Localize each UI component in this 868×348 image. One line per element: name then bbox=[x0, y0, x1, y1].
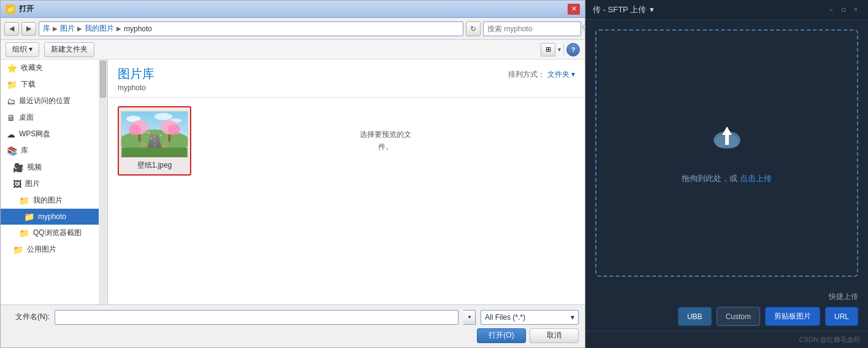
view-icon-button[interactable]: ⊞ bbox=[541, 43, 555, 56]
maximize-button[interactable]: □ bbox=[839, 5, 848, 15]
filename-arrow[interactable]: ▾ bbox=[463, 310, 476, 325]
open-button[interactable]: 打开(O) bbox=[477, 328, 526, 343]
breadcrumb-sep2: ▶ bbox=[77, 25, 82, 32]
sidebar-label-desktop: 桌面 bbox=[19, 112, 34, 123]
filename-label: 文件名(N): bbox=[7, 312, 50, 322]
sidebar-label-qq: QQ浏览器截图 bbox=[33, 228, 82, 238]
help-button[interactable]: ? bbox=[566, 43, 580, 56]
filename-input[interactable] bbox=[55, 310, 459, 325]
view-arrow: ▾ bbox=[558, 46, 561, 53]
url-button[interactable]: URL bbox=[825, 307, 858, 326]
upload-link[interactable]: 点击上传 bbox=[740, 174, 772, 183]
breadcrumb-sep3: ▶ bbox=[116, 25, 121, 32]
sidebar-item-pictures[interactable]: 🖼 图片 bbox=[1, 176, 99, 192]
clipboard-button[interactable]: 剪贴板图片 bbox=[765, 307, 820, 326]
right-header: 传 - SFTP 上传 ▾ － □ × bbox=[585, 0, 868, 20]
preview-text: 选择要预览的文件。 bbox=[348, 117, 424, 164]
filetype-select[interactable]: All Files (*.*) ▾ bbox=[481, 310, 579, 325]
upload-cloud-icon bbox=[709, 120, 745, 157]
right-title: 传 - SFTP 上传 ▾ bbox=[593, 4, 654, 15]
sidebar-item-mypictures[interactable]: 📁 我的图片 bbox=[1, 192, 99, 209]
svg-point-14 bbox=[159, 134, 161, 136]
qq-icon: 📁 bbox=[19, 228, 29, 238]
panel-close-button[interactable]: × bbox=[851, 5, 861, 15]
toolbar: 组织 ▾ 新建文件夹 ⊞ ▾ ? bbox=[1, 40, 585, 60]
svg-point-2 bbox=[154, 113, 172, 120]
filetype-arrow: ▾ bbox=[571, 313, 574, 322]
footer-text: CSDN @红糖毛血旺 bbox=[799, 336, 861, 343]
svg-point-13 bbox=[147, 131, 150, 134]
library-title: 图片库 bbox=[118, 66, 154, 82]
back-button[interactable]: ◀ bbox=[4, 22, 19, 36]
svg-rect-20 bbox=[164, 143, 165, 148]
breadcrumb-item-pictures[interactable]: 图片 bbox=[60, 23, 75, 34]
ubb-button[interactable]: UBB bbox=[678, 307, 712, 326]
forward-button[interactable]: ▶ bbox=[21, 22, 36, 36]
content-area: ⭐ 收藏夹 📁 下载 🗂 最近访问的位置 🖥 桌面 ☁ WPS网盘 bbox=[1, 60, 585, 304]
svg-rect-18 bbox=[144, 143, 145, 148]
svg-point-15 bbox=[151, 137, 153, 139]
library-subtitle: myphoto bbox=[118, 83, 154, 92]
sidebar-item-wps[interactable]: ☁ WPS网盘 bbox=[1, 126, 99, 142]
upload-text: 拖佝到此处，或 点击上传 bbox=[682, 171, 772, 185]
upload-icon bbox=[709, 120, 745, 164]
custom-button[interactable]: Custom bbox=[717, 307, 760, 326]
right-title-text: 传 - SFTP 上传 bbox=[593, 4, 646, 15]
scrollbar-thumb[interactable] bbox=[100, 61, 106, 98]
window-buttons: － □ × bbox=[826, 5, 861, 15]
sidebar-item-favorites[interactable]: ⭐ 收藏夹 bbox=[1, 60, 99, 76]
sidebar-label-wps: WPS网盘 bbox=[19, 129, 50, 139]
refresh-button[interactable]: ↻ bbox=[466, 21, 481, 36]
organize-button[interactable]: 组织 ▾ bbox=[6, 42, 39, 57]
thumbnail-image-1 bbox=[121, 112, 188, 157]
sidebar: ⭐ 收藏夹 📁 下载 🗂 最近访问的位置 🖥 桌面 ☁ WPS网盘 bbox=[1, 60, 99, 304]
sidebar-item-public[interactable]: 📁 公用图片 bbox=[1, 241, 99, 258]
sidebar-item-myphoto[interactable]: 📁 myphoto bbox=[1, 209, 99, 225]
sidebar-item-download[interactable]: 📁 下载 bbox=[1, 76, 99, 93]
right-panel: 传 - SFTP 上传 ▾ － □ × 拖佝到此处，或 点击上传 快捷上传 bbox=[585, 0, 868, 348]
new-folder-button[interactable]: 新建文件夹 bbox=[44, 42, 94, 57]
sidebar-item-qq[interactable]: 📁 QQ浏览器截图 bbox=[1, 225, 99, 241]
filename-row: 文件名(N): ▾ All Files (*.*) ▾ bbox=[7, 310, 579, 325]
sidebar-label-library: 库 bbox=[21, 145, 28, 156]
cancel-button[interactable]: 取消 bbox=[530, 328, 579, 343]
file-thumbnail-1 bbox=[121, 111, 188, 158]
upload-dropzone[interactable]: 拖佝到此处，或 点击上传 bbox=[595, 29, 858, 277]
breadcrumb-item-mypictures[interactable]: 我的图片 bbox=[85, 23, 114, 34]
sidebar-label-video: 视频 bbox=[27, 162, 42, 172]
nav-bar: ◀ ▶ 库 ▶ 图片 ▶ 我的图片 ▶ myphoto ↻ 🔍 bbox=[1, 18, 585, 40]
myphoto-icon: 📁 bbox=[24, 212, 34, 222]
file-dialog: 📁 打开 ✕ ◀ ▶ 库 ▶ 图片 ▶ 我的图片 ▶ myphoto ↻ 🔍 组… bbox=[0, 0, 585, 348]
search-box: 🔍 bbox=[483, 21, 581, 36]
toolbar-divider bbox=[563, 44, 564, 56]
title-bar-left: 📁 打开 bbox=[6, 4, 34, 14]
file-item-1[interactable]: 壁纸1.jpeg bbox=[118, 106, 191, 176]
file-area: 图片库 myphoto 排列方式： 文件夹 ▾ bbox=[108, 60, 585, 304]
file-divider bbox=[108, 97, 585, 98]
library-info: 图片库 myphoto bbox=[118, 66, 154, 92]
breadcrumb: 库 ▶ 图片 ▶ 我的图片 ▶ myphoto bbox=[39, 21, 463, 36]
bottom-bar: 文件名(N): ▾ All Files (*.*) ▾ 打开(O) 取消 bbox=[1, 304, 585, 347]
sidebar-label-mypictures: 我的图片 bbox=[33, 195, 63, 206]
close-button[interactable]: ✕ bbox=[568, 4, 580, 15]
sidebar-item-recent[interactable]: 🗂 最近访问的位置 bbox=[1, 93, 99, 109]
minimize-button[interactable]: － bbox=[826, 5, 836, 15]
sidebar-label-myphoto: myphoto bbox=[38, 212, 66, 221]
breadcrumb-current: myphoto bbox=[124, 25, 152, 33]
drag-text: 拖佝到此处，或 bbox=[682, 174, 740, 183]
title-text: 打开 bbox=[19, 4, 34, 14]
sidebar-item-library[interactable]: 📚 库 bbox=[1, 142, 99, 159]
quick-upload-section: 快捷上传 UBB Custom 剪贴板图片 URL bbox=[585, 287, 868, 331]
desktop-icon: 🖥 bbox=[7, 113, 15, 123]
breadcrumb-item-library[interactable]: 库 bbox=[43, 23, 50, 34]
search-input[interactable] bbox=[487, 25, 579, 33]
sidebar-item-desktop[interactable]: 🖥 桌面 bbox=[1, 109, 99, 126]
sidebar-item-video[interactable]: 🎥 视频 bbox=[1, 159, 99, 176]
file-name-1: 壁纸1.jpeg bbox=[137, 160, 172, 171]
sort-option[interactable]: 文件夹 ▾ bbox=[547, 69, 575, 80]
breadcrumb-sep1: ▶ bbox=[53, 25, 58, 32]
library-icon: 📚 bbox=[7, 146, 17, 156]
wps-icon: ☁ bbox=[7, 130, 15, 139]
toolbar-right: ⊞ ▾ ? bbox=[541, 43, 580, 56]
sidebar-scrollbar[interactable] bbox=[99, 60, 107, 304]
